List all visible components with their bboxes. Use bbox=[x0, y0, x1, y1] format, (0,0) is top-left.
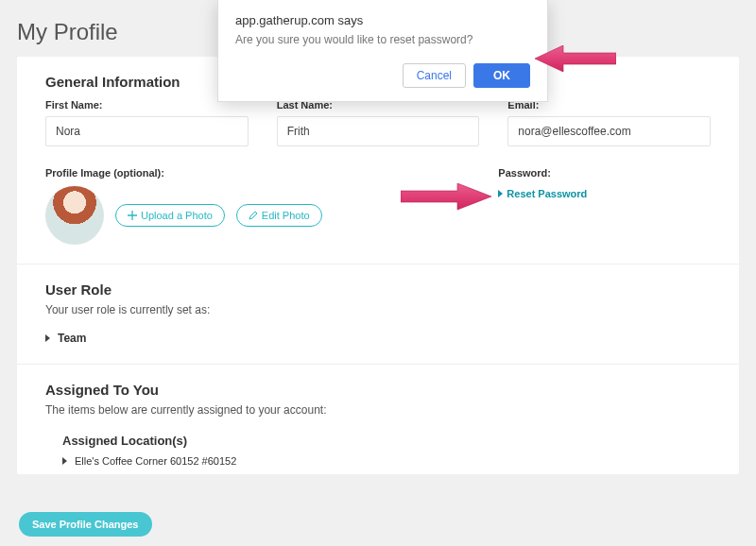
profile-image-label: Profile Image (optional): bbox=[45, 167, 470, 179]
plus-icon bbox=[128, 211, 137, 220]
first-name-input[interactable] bbox=[45, 116, 249, 146]
assigned-location-item[interactable]: Elle's Coffee Corner 60152 #60152 bbox=[62, 455, 711, 467]
user-role-description: Your user role is currently set as: bbox=[45, 303, 711, 316]
caret-right-icon bbox=[62, 457, 67, 465]
caret-right-icon bbox=[45, 334, 50, 342]
upload-photo-label: Upload a Photo bbox=[141, 210, 213, 221]
reset-password-link[interactable]: Reset Password bbox=[498, 188, 587, 199]
dialog-ok-button[interactable]: OK bbox=[473, 63, 530, 88]
user-role-item[interactable]: Team bbox=[45, 332, 711, 345]
assigned-location-value: Elle's Coffee Corner 60152 #60152 bbox=[75, 455, 236, 467]
email-input[interactable] bbox=[507, 116, 711, 146]
pencil-icon bbox=[249, 211, 258, 220]
section-user-role: User Role Your user role is currently se… bbox=[17, 264, 739, 365]
assigned-locations-heading: Assigned Location(s) bbox=[62, 434, 711, 448]
password-label: Password: bbox=[498, 167, 711, 179]
section-assigned: Assigned To You The items below are curr… bbox=[17, 365, 739, 474]
last-name-input[interactable] bbox=[277, 116, 480, 146]
edit-photo-label: Edit Photo bbox=[262, 210, 310, 221]
caret-right-icon bbox=[498, 190, 503, 197]
profile-card: General Information First Name: Last Nam… bbox=[17, 57, 739, 474]
edit-photo-button[interactable]: Edit Photo bbox=[236, 204, 322, 227]
dialog-cancel-button[interactable]: Cancel bbox=[403, 63, 466, 88]
dialog-source: app.gatherup.com says bbox=[235, 13, 530, 27]
avatar bbox=[45, 186, 104, 245]
confirm-dialog: app.gatherup.com says Are you sure you w… bbox=[217, 0, 548, 102]
save-profile-button[interactable]: Save Profile Changes bbox=[19, 512, 152, 537]
user-role-heading: User Role bbox=[45, 282, 711, 298]
user-role-value: Team bbox=[58, 332, 86, 345]
upload-photo-button[interactable]: Upload a Photo bbox=[115, 204, 225, 227]
reset-password-label: Reset Password bbox=[507, 188, 587, 199]
assigned-description: The items below are currently assigned t… bbox=[45, 403, 711, 417]
assigned-heading: Assigned To You bbox=[45, 382, 711, 398]
dialog-message: Are you sure you would like to reset pas… bbox=[235, 33, 530, 46]
